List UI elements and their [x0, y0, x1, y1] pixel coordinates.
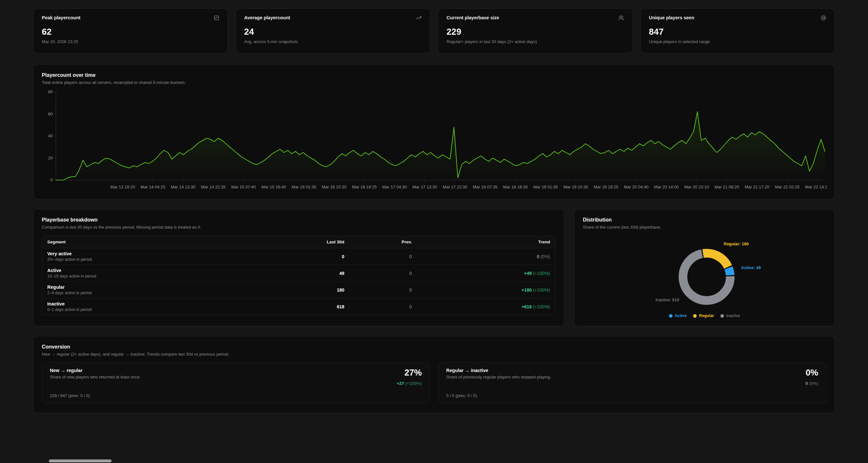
column-header-prev: Prev. [349, 236, 417, 248]
legend-label: Regular [699, 313, 714, 318]
segment-cell: Regular 2–9 days active in period [42, 282, 279, 298]
conversion-card-metrics: 0% 0 (0%) [805, 368, 818, 398]
svg-text:Mar 13 19:20: Mar 13 19:20 [110, 185, 135, 189]
conversion-card-trend: +27 (+100%) [397, 381, 422, 386]
svg-text:Mar 21 17:20: Mar 21 17:20 [745, 185, 769, 189]
last30d-value: 0 [279, 248, 349, 265]
last30d-value: 180 [279, 282, 349, 298]
chart-line-icon [214, 15, 219, 21]
stat-card-header: Peak playercount [42, 15, 219, 21]
distribution-title: Distribution [583, 217, 826, 223]
conversion-card-metrics: 27% +27 (+100%) [397, 368, 422, 398]
conversion-card-value: 27% [404, 368, 422, 378]
donut-label-active: Active: 49 [741, 265, 761, 270]
conversion-card-desc: Share of new players who returned at lea… [50, 375, 141, 379]
conversion-card-fraction: 0 / 0 (prev: 0 / 0) [446, 393, 551, 398]
conversion-subtitle: New → regular (2+ active days), and regu… [42, 352, 826, 357]
trend-delta: +49 [524, 271, 532, 276]
donut-segment-regular [703, 253, 728, 267]
segment-name: Inactive [47, 301, 274, 306]
stat-card-header: Unique players seen [649, 15, 827, 21]
stat-card-subtitle: Regular+ players in last 30 days (2+ act… [446, 39, 624, 44]
distribution-panel: Distribution Share of the current (last … [574, 209, 835, 326]
table-row-regular: Regular 2–9 days active in period 180 0 … [42, 282, 555, 298]
chart-title: Playercount over time [42, 72, 826, 78]
stat-card-value: 847 [649, 27, 827, 37]
svg-text:Mar 19 10:30: Mar 19 10:30 [563, 185, 588, 189]
svg-text:Mar 14 13:30: Mar 14 13:30 [171, 185, 195, 189]
svg-text:Mar 18 07:35: Mar 18 07:35 [473, 185, 498, 189]
svg-text:Mar 17 04:30: Mar 17 04:30 [382, 185, 407, 189]
stat-card-title: Average playercount [244, 15, 290, 20]
svg-text:Mar 14 04:25: Mar 14 04:25 [141, 185, 165, 189]
svg-text:Mar 21 08:20: Mar 21 08:20 [714, 185, 739, 189]
playercount-line-chart[interactable]: 020406080Mar 13 19:20Mar 14 04:25Mar 14 … [42, 89, 827, 194]
svg-text:0: 0 [51, 178, 53, 182]
segment-name: Active [47, 268, 274, 273]
trend-delta: +180 [522, 287, 532, 292]
conversion-title: Conversion [42, 344, 826, 350]
svg-text:Mar 19 19:25: Mar 19 19:25 [594, 185, 619, 189]
conversion-card-info: Regular → inactive Share of previously r… [446, 368, 551, 398]
segment-name: Very active [47, 251, 274, 256]
svg-text:Mar 22 02:25: Mar 22 02:25 [775, 185, 800, 189]
segment-desc: 10–19 days active in period [47, 274, 274, 278]
svg-text:Mar 18 16:35: Mar 18 16:35 [503, 185, 528, 189]
svg-text:20: 20 [48, 156, 53, 160]
conversion-card-fraction: 229 / 847 (prev: 0 / 0) [50, 393, 141, 398]
svg-text:40: 40 [48, 133, 53, 138]
legend-label: Active [675, 313, 687, 318]
conversion-card-trend: 0 (0%) [805, 381, 818, 386]
playercount-chart-panel: Playercount over time Total online playe… [33, 64, 835, 199]
legend-dot-inactive [720, 314, 724, 318]
stat-cards-row: Peak playercount 62 Mar 20, 2026 23:25 A… [33, 8, 835, 53]
trend-percent: (+100%) [533, 287, 550, 292]
svg-text:Mar 16 10:30: Mar 16 10:30 [322, 185, 346, 189]
at-sign-icon [821, 15, 826, 21]
conversion-card-title: Regular → inactive [446, 368, 551, 373]
prev-value: 0 [349, 298, 417, 315]
column-header-trend: Trend [417, 236, 555, 248]
svg-text:Mar 20 04:40: Mar 20 04:40 [624, 185, 649, 189]
horizontal-scrollbar-thumb[interactable] [49, 460, 112, 462]
svg-text:Mar 14 22:35: Mar 14 22:35 [201, 185, 226, 189]
stat-card-header: Average playercount [244, 15, 422, 21]
svg-text:80: 80 [48, 89, 53, 94]
conversion-card-value: 0% [806, 368, 818, 378]
distribution-donut-chart[interactable] [676, 246, 737, 307]
segment-cell: Inactive 0–1 days active in period [42, 298, 279, 315]
conversion-card-title: New → regular [50, 368, 141, 373]
donut-legend: Active Regular Inactive [575, 313, 835, 318]
svg-text:Mar 22 14:20: Mar 22 14:20 [805, 185, 827, 189]
legend-item-regular: Regular [693, 313, 714, 318]
column-header-last30d: Last 30d [279, 236, 349, 248]
svg-text:Mar 19 01:35: Mar 19 01:35 [533, 185, 558, 189]
legend-dot-active [669, 314, 673, 318]
stat-card-average-playercount: Average playercount 24 Avg. across 5-min… [236, 8, 431, 53]
last30d-value: 618 [279, 298, 349, 315]
table-row-active: Active 10–19 days active in period 49 0 … [42, 265, 555, 282]
donut-segment-active [728, 268, 730, 275]
segment-desc: 20+ days active in period [47, 257, 274, 262]
stat-card-title: Unique players seen [649, 15, 694, 20]
trend-value: +618 (+100%) [417, 298, 555, 315]
segment-cell: Active 10–19 days active in period [42, 265, 279, 282]
trend-value: +180 (+100%) [417, 282, 555, 298]
donut-label-inactive: Inactive: 618 [655, 298, 679, 302]
chart-subtitle: Total online players across all servers,… [42, 80, 826, 85]
stat-card-header: Current playerbase size [446, 15, 624, 21]
stat-card-title: Peak playercount [42, 15, 81, 20]
legend-label: Inactive [726, 313, 740, 318]
users-icon [619, 15, 624, 21]
conversion-card-desc: Share of previously regular players who … [446, 375, 551, 379]
conversion-cards: New → regular Share of new players who r… [42, 362, 826, 403]
svg-text:Mar 20 14:00: Mar 20 14:00 [654, 185, 679, 189]
trending-up-icon [416, 15, 422, 21]
table-row-very-active: Very active 20+ days active in period 0 … [42, 248, 555, 265]
svg-text:Mar 15 16:40: Mar 15 16:40 [261, 185, 286, 189]
conversion-card-new-to-regular: New → regular Share of new players who r… [42, 362, 430, 403]
legend-dot-regular [693, 314, 696, 318]
stat-card-value: 62 [42, 27, 219, 37]
legend-item-active: Active [669, 313, 687, 318]
trend-percent: (+100%) [533, 304, 550, 309]
